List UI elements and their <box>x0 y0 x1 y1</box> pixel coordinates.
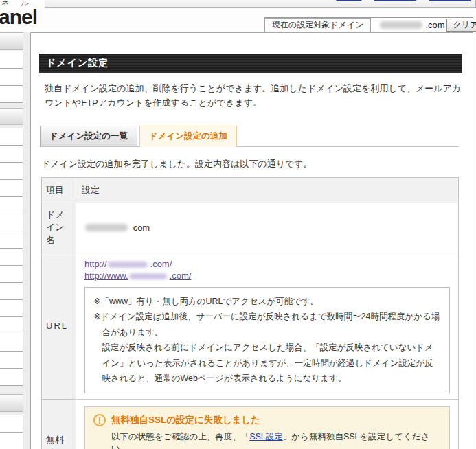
url-note-line: ※ドメイン設定は追加後、サーバーに設定が反映されるまで数時間〜24時間程度かかる… <box>93 309 441 340</box>
url-note-line: ※「www」有り・無し両方のURLでアクセスが可能です。 <box>93 294 441 310</box>
status-message: ドメイン設定の追加を完了しました。設定内容は以下の通りです。 <box>41 158 464 170</box>
target-domain-suffix: .com <box>425 20 444 30</box>
domain-suffix: com <box>133 222 150 233</box>
sidebar-menu-item[interactable] <box>0 51 23 69</box>
table-header-row: 項目 設定 <box>42 177 459 203</box>
top-bar: トップ マニュアル ログアウト <box>45 0 476 8</box>
free-ssl-value: ! 無料独自SSLの設定に失敗しました 以下の状態をご確認の上、再度、「SSL設… <box>76 399 459 449</box>
sidebar-menu-item[interactable] <box>0 334 23 352</box>
sidebar-menu-group <box>0 415 23 449</box>
sidebar-menu-item[interactable] <box>0 299 23 317</box>
url-link-2[interactable]: http://www..com/ <box>84 270 450 282</box>
url1-suffix: .com/ <box>150 259 172 269</box>
sidebar-menu-group <box>0 51 23 103</box>
redacted-domain <box>108 262 148 268</box>
target-domain-box: 現在の設定対象ドメイン .com クリア <box>264 17 473 33</box>
url1-prefix: http:// <box>84 259 107 269</box>
sidebar-menu-item[interactable] <box>0 248 23 266</box>
ssl-warning-intro: 以下の状態をご確認の上、再度、「SSL設定」から無料独自SSLを設定してください… <box>111 431 441 449</box>
redacted-domain <box>380 21 422 29</box>
nav-link-logout[interactable]: ログアウト <box>429 0 471 1</box>
target-domain-label: 現在の設定対象ドメイン <box>264 18 371 32</box>
url-note-line: 設定が反映される前にドメインにアクセスした場合、「設定が反映されていないドメイン… <box>93 340 441 387</box>
sidebar-menu-group <box>0 128 23 386</box>
tab-domain-list[interactable]: ドメイン設定の一覧 <box>40 126 137 146</box>
sidebar-menu-item[interactable] <box>0 415 23 433</box>
table-row-url: URL http://.com/ http://www..com/ ※「www」… <box>42 253 459 400</box>
domain-name-label: ドメイン名 <box>42 203 76 253</box>
sidebar-menu-item[interactable] <box>0 351 23 369</box>
url-note-box: ※「www」有り・無し両方のURLでアクセスが可能です。 ※ドメイン設定は追加後… <box>84 287 450 393</box>
sidebar-menu-item[interactable] <box>0 368 23 386</box>
sidebar-section-header <box>0 32 23 50</box>
ssl-warning-title: 無料独自SSLの設定に失敗しました <box>111 414 260 426</box>
free-ssl-label: 無料独自SSL設定 <box>42 399 76 449</box>
target-domain-value: .com <box>371 18 444 32</box>
url2-suffix: .com/ <box>170 270 192 281</box>
url-link-1[interactable]: http://.com/ <box>84 259 450 270</box>
sidebar-menu-item[interactable] <box>0 214 23 231</box>
url2-prefix: http://www. <box>84 270 128 281</box>
ssl-warning-box: ! 無料独自SSLの設定に失敗しました 以下の状態をご確認の上、再度、「SSL設… <box>84 406 450 449</box>
sidebar-menu-item[interactable] <box>0 432 23 449</box>
tab-domain-add[interactable]: ドメイン設定の追加 <box>139 126 237 147</box>
url-value: http://.com/ http://www..com/ ※「www」有り・無… <box>76 253 459 400</box>
sidebar-menu-item[interactable] <box>0 316 23 334</box>
server-panel-page: { "header": { "logo_small": "ネ ル", "logo… <box>0 0 476 449</box>
ssl-warning-header: ! 無料独自SSLの設定に失敗しました <box>93 414 441 426</box>
ssl-intro-text: 以下の状態をご確認の上、再度、「 <box>111 432 249 441</box>
page-description: 独自ドメイン設定の追加、削除を行うことができます。追加したドメイン設定を利用して… <box>45 82 464 111</box>
url-label: URL <box>42 253 76 400</box>
warning-icon: ! <box>93 414 106 426</box>
sidebar-section-header <box>0 108 23 125</box>
col-header-setting: 設定 <box>76 177 459 203</box>
nav-link-top[interactable]: トップ <box>336 0 361 1</box>
sidebar-menu-item[interactable] <box>0 265 23 283</box>
url-links: http://.com/ http://www..com/ <box>84 259 450 282</box>
col-header-item: 項目 <box>42 177 76 203</box>
main-panel: ドメイン設定 独自ドメイン設定の追加、削除を行うことができます。追加したドメイン… <box>30 32 473 449</box>
sidebar-menu-item[interactable] <box>0 231 23 249</box>
redacted-domain <box>85 224 128 231</box>
sidebar-menu-item[interactable] <box>0 162 23 180</box>
tab-bar: ドメイン設定の一覧 ドメイン設定の追加 <box>40 126 459 147</box>
redacted-domain <box>129 273 167 279</box>
sidebar-menu-item[interactable] <box>0 145 23 163</box>
page-title: ドメイン設定 <box>39 54 462 73</box>
logo: anel <box>0 5 37 29</box>
sidebar <box>0 32 30 449</box>
settings-table: 項目 設定 ドメイン名 com URL http://.com/ http://… <box>41 177 459 449</box>
sidebar-menu-item[interactable] <box>0 85 23 103</box>
clear-button[interactable]: クリア <box>446 19 476 32</box>
sidebar-menu-item[interactable] <box>0 179 23 197</box>
nav-link-manual[interactable]: マニュアル <box>374 0 416 1</box>
sidebar-menu-item[interactable] <box>0 68 23 86</box>
sidebar-menu-item[interactable] <box>0 128 23 146</box>
table-row-free-ssl: 無料独自SSL設定 ! 無料独自SSLの設定に失敗しました 以下の状態をご確認の… <box>42 399 459 449</box>
table-row-domain-name: ドメイン名 com <box>42 203 459 253</box>
sidebar-menu-item[interactable] <box>0 196 23 214</box>
sidebar-menu-item[interactable] <box>0 282 23 300</box>
sidebar-section-header <box>0 394 23 412</box>
top-nav: トップ マニュアル ログアウト <box>326 0 471 3</box>
ssl-settings-link[interactable]: SSL設定 <box>249 432 283 441</box>
domain-name-value: com <box>76 203 459 253</box>
